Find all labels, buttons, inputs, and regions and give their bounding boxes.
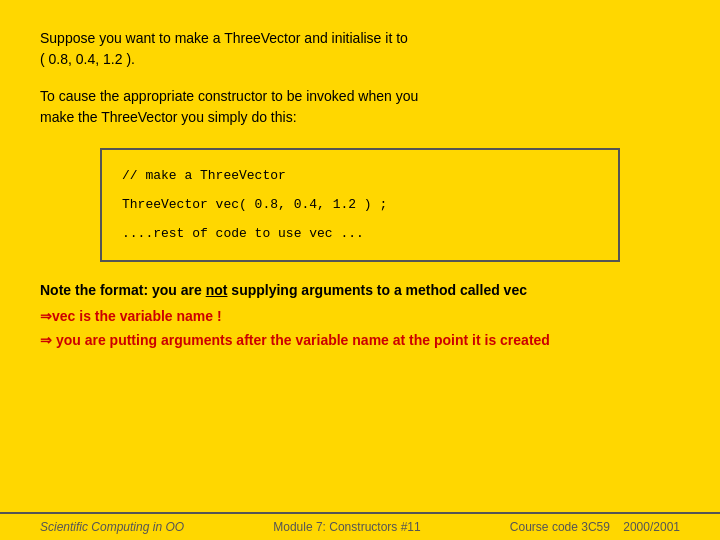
arrow-line-2: ⇒ you are putting arguments after the va… xyxy=(40,332,680,348)
code-box: // make a ThreeVector ThreeVector vec( 0… xyxy=(100,148,620,262)
code-rest-line: ....rest of code to use vec ... xyxy=(122,224,598,245)
arrow-text-1: vec is the variable name ! xyxy=(52,308,222,324)
code-declaration-line: ThreeVector vec( 0.8, 0.4, 1.2 ) ; xyxy=(122,195,598,216)
main-content: Suppose you want to make a ThreeVector a… xyxy=(0,0,720,376)
code-comment-line: // make a ThreeVector xyxy=(122,166,598,187)
note-line: Note the format: you are not supplying a… xyxy=(40,282,680,298)
footer-left: Scientific Computing in OO xyxy=(40,520,184,534)
intro-paragraph-2: To cause the appropriate constructor to … xyxy=(40,86,680,128)
footer-bar: Scientific Computing in OO Module 7: Con… xyxy=(0,512,720,540)
footer-center: Module 7: Constructors #11 xyxy=(273,520,420,534)
footer-right: Course code 3C59 2000/2001 xyxy=(510,520,680,534)
intro-paragraph-1: Suppose you want to make a ThreeVector a… xyxy=(40,28,680,70)
arrow-symbol-1: ⇒ xyxy=(40,308,52,324)
arrow-text-2: you are putting arguments after the vari… xyxy=(56,332,550,348)
arrow-line-1: ⇒ vec is the variable name ! xyxy=(40,308,680,324)
arrow-symbol-2: ⇒ xyxy=(40,332,52,348)
